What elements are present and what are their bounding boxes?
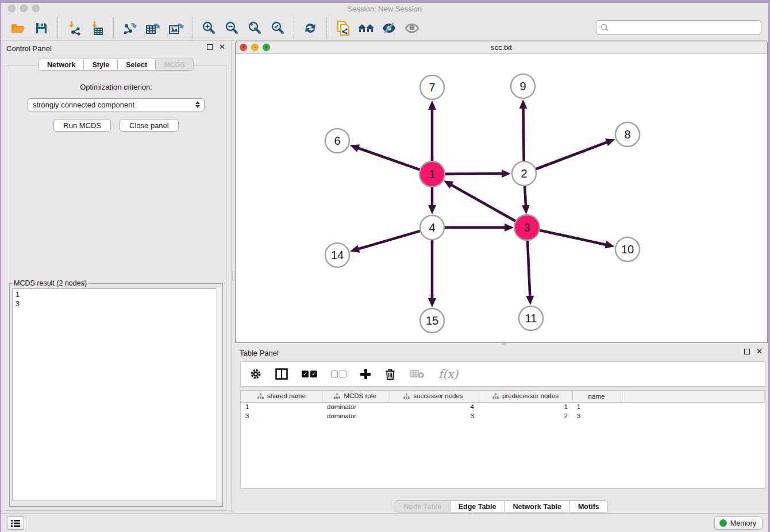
column-header[interactable]: name (572, 391, 621, 402)
hide-style-icon[interactable] (378, 18, 401, 38)
network-view-window: ✕ − + scc.txt 7968124314101511 (235, 41, 768, 343)
graph-node-label: 10 (621, 243, 634, 256)
list-icon (10, 519, 21, 527)
zoom-fit-icon[interactable] (243, 18, 266, 38)
toolbar-separator (192, 17, 192, 39)
tab-mcds[interactable]: MCDS (156, 59, 194, 71)
tab-network-table[interactable]: Network Table (505, 500, 570, 512)
table-row[interactable]: 1dominator411 (241, 402, 765, 411)
graph-node-label: 3 (523, 221, 530, 234)
close-panel-button[interactable]: Close panel (120, 119, 179, 132)
unselect-all-columns-icon[interactable] (331, 371, 346, 377)
control-panel-tabs: Network Style Select MCDS (1, 59, 231, 71)
graph-edge[interactable] (525, 186, 526, 206)
export-network-icon[interactable] (118, 18, 141, 38)
graph-edge-arrowhead (505, 223, 514, 232)
mcds-result-list[interactable]: 1 3 (12, 288, 220, 500)
tab-style[interactable]: Style (84, 59, 118, 71)
delete-column-icon[interactable] (384, 368, 396, 380)
criterion-select[interactable]: strongly connected component (28, 98, 205, 111)
open-file-icon[interactable] (7, 18, 30, 38)
control-panel-title: Control Panel (6, 44, 52, 53)
result-scrollbar[interactable] (216, 287, 222, 503)
split-panel-icon[interactable] (275, 368, 288, 380)
graph-edge-arrowhead (502, 169, 511, 178)
run-mcds-button[interactable]: Run MCDS (53, 119, 111, 132)
node-table: shared nameMCDS rolesuccessor nodesprede… (240, 390, 765, 489)
column-header[interactable]: successor nodes (388, 391, 479, 402)
toolbar-separator (294, 17, 294, 39)
column-header[interactable]: predecessor nodes (479, 391, 572, 402)
export-image-icon[interactable] (164, 18, 187, 38)
delete-table-icon[interactable] (410, 369, 425, 379)
table-cell[interactable]: 2 (479, 411, 572, 421)
graph-edge[interactable] (451, 184, 516, 221)
table-row[interactable]: 3dominator323 (241, 411, 765, 421)
graph-node-label: 2 (521, 167, 527, 180)
search-input[interactable] (611, 24, 761, 32)
tab-edge-table[interactable]: Edge Table (451, 500, 505, 512)
close-panel-icon[interactable]: ✕ (219, 44, 225, 50)
tab-network[interactable]: Network (38, 59, 84, 71)
graph-edge[interactable] (528, 240, 530, 297)
graph-edge[interactable] (536, 142, 608, 169)
column-header[interactable]: shared name (241, 391, 322, 402)
import-network-icon[interactable] (63, 18, 86, 38)
clone-network-icon[interactable] (332, 18, 355, 38)
graph-node-label: 14 (331, 249, 344, 261)
close-table-panel-icon[interactable]: ✕ (756, 349, 763, 354)
optimization-criterion-label: Optimization criterion: (6, 83, 226, 91)
graph-node-label: 1 (429, 168, 435, 180)
function-builder-icon[interactable]: f(x) (438, 367, 458, 381)
graph-edge-arrowhead (428, 205, 436, 214)
table-cell[interactable]: 3 (241, 411, 322, 421)
select-all-columns-icon[interactable]: ✓✓ (302, 371, 317, 377)
zoom-selected-icon[interactable] (266, 18, 289, 38)
import-table-icon[interactable] (86, 18, 109, 38)
show-all-networks-icon[interactable] (355, 18, 378, 38)
column-header-label: MCDS role (344, 392, 376, 399)
table-settings-gear-icon[interactable] (250, 368, 261, 380)
graph-edge[interactable] (523, 107, 523, 161)
tab-motifs[interactable]: Motifs (570, 500, 608, 512)
search-field[interactable] (596, 20, 761, 34)
table-cell[interactable]: 1 (572, 402, 621, 411)
table-cell[interactable]: 1 (241, 402, 322, 411)
graph-edge[interactable] (445, 174, 503, 174)
table-cell[interactable]: dominator (322, 411, 388, 421)
table-cell[interactable]: 1 (479, 402, 572, 411)
float-table-panel-icon[interactable] (744, 349, 750, 354)
graph-edge-arrowhead (526, 296, 534, 305)
table-cell[interactable]: 3 (388, 411, 479, 421)
zoom-out-icon[interactable] (220, 18, 243, 38)
graph-edge[interactable] (357, 148, 420, 169)
create-column-icon[interactable] (360, 369, 371, 379)
title-bar: Session: New Session (1, 3, 768, 16)
table-cell[interactable]: 3 (572, 411, 621, 421)
show-graphics-icon[interactable] (401, 18, 424, 38)
column-header-label: name (588, 393, 605, 400)
network-graph[interactable]: 7968124314101511 (236, 54, 767, 342)
refresh-icon[interactable] (299, 18, 322, 38)
graph-edge[interactable] (358, 231, 420, 249)
float-panel-icon[interactable] (207, 44, 213, 50)
export-table-icon[interactable] (141, 18, 164, 38)
column-header[interactable]: MCDS role (322, 391, 388, 402)
graph-edge[interactable] (539, 230, 606, 245)
zoom-in-icon[interactable] (197, 18, 220, 38)
search-icon (600, 24, 609, 32)
network-window-titlebar[interactable]: ✕ − + scc.txt (236, 41, 767, 54)
network-canvas[interactable]: 7968124314101511 (236, 54, 767, 342)
graph-edge-arrowhead (350, 144, 360, 152)
save-session-icon[interactable] (30, 18, 53, 38)
memory-button[interactable]: Memory (714, 516, 763, 530)
tab-node-table[interactable]: Node Table (395, 500, 450, 512)
graph-edge-arrowhead (519, 99, 528, 109)
mcds-panel-body: Optimization criterion: strongly connect… (6, 65, 226, 511)
graph-edge-arrowhead (605, 241, 614, 249)
table-panel-title: Table Panel (240, 349, 279, 357)
task-history-button[interactable] (7, 516, 24, 530)
table-cell[interactable]: 4 (388, 402, 479, 411)
table-cell[interactable]: dominator (322, 402, 388, 411)
tab-select[interactable]: Select (118, 59, 156, 71)
